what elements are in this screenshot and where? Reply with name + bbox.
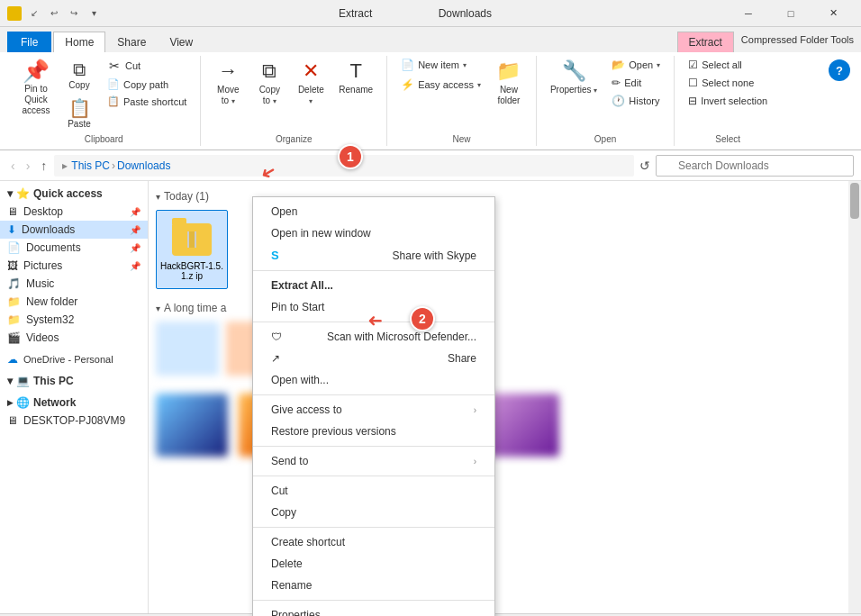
file-item-hackbgrt[interactable]: HackBGRT-1.5.1.z ip [156, 210, 228, 289]
ctx-restore-versions[interactable]: Restore previous versions [253, 421, 494, 442]
copy-label: Copy [68, 80, 89, 90]
quick-access-header[interactable]: ▾ ⭐ Quick access [0, 185, 148, 203]
history-button[interactable]: 🕐 History [605, 92, 666, 110]
close-button[interactable]: ✕ [812, 0, 854, 27]
move-to-button[interactable]: → Moveto ▾ [208, 56, 248, 110]
tab-share[interactable]: Share [105, 32, 158, 52]
select-all-button[interactable]: ☑ Select all [682, 56, 774, 74]
qs-save-button[interactable]: ↙ [25, 5, 43, 23]
pictures-label: Pictures [23, 259, 62, 272]
ctx-copy[interactable]: Copy [253, 502, 494, 523]
ctx-open-new-window[interactable]: Open in new window [253, 222, 494, 244]
qs-undo-button[interactable]: ↩ [45, 5, 63, 23]
thispc-section: ▾ 💻 This PC [0, 372, 148, 390]
pin-to-quick-access-button[interactable]: 📌 Pin to Quick access [14, 56, 58, 121]
scrollbar-thumb[interactable] [850, 183, 859, 219]
forward-button[interactable]: › [23, 157, 34, 175]
documents-icon: 📄 [7, 241, 21, 254]
quick-save-toolbar: ↙ ↩ ↪ ▾ [25, 5, 103, 23]
rename-button[interactable]: T Rename [332, 56, 379, 99]
ctx-share-skype[interactable]: S Share with Skype [253, 244, 494, 267]
chevron-icon-3: ▸ [7, 396, 13, 409]
ribbon-group-select: ☑ Select all ☐ Select none ⊟ Invert sele… [675, 56, 781, 146]
ctx-share-label: Share [448, 352, 476, 365]
back-button[interactable]: ‹ [7, 157, 19, 175]
ctx-open-with[interactable]: Open with... [253, 369, 494, 391]
ctx-rename[interactable]: Rename [253, 575, 494, 596]
qs-redo-button[interactable]: ↪ [65, 5, 83, 23]
ribbon-group-organize: → Moveto ▾ ⧉ Copyto ▾ ✕ Delete▾ T Rename… [201, 56, 387, 146]
help-area: ? [825, 56, 854, 146]
help-button[interactable]: ? [829, 59, 850, 81]
zip-file-icon [170, 218, 213, 261]
edit-button[interactable]: ✏ Edit [605, 74, 666, 92]
minimize-button[interactable]: ─ [728, 0, 769, 27]
search-input[interactable] [656, 155, 854, 177]
sidebar-item-downloads[interactable]: ⬇ Downloads 📌 [0, 221, 148, 239]
send-to-arrow: › [474, 457, 476, 467]
ctx-sep-4 [253, 446, 494, 447]
copy-path-button[interactable]: 📄 Copy path [101, 76, 193, 93]
ctx-cut[interactable]: Cut [253, 480, 494, 502]
sidebar-item-onedrive[interactable]: ☁ OneDrive - Personal [0, 350, 148, 368]
new-items: 📄 New item ▾ ⚡ Easy access ▾ 📁 Newfolder [394, 56, 529, 146]
select-none-button[interactable]: ☐ Select none [682, 74, 774, 92]
sidebar-item-desktop-pc[interactable]: 🖥 DESKTOP-PJ08VM9 [0, 412, 148, 430]
paste-shortcut-button[interactable]: 📋 Paste shortcut [101, 93, 193, 110]
annotation-1: 1 [338, 144, 363, 169]
open-items: 🔧 Properties ▾ 📂 Open ▾ ✏ Edit 🕐 History [544, 56, 666, 146]
tab-file[interactable]: File [7, 32, 51, 52]
cut-button[interactable]: Cut [101, 56, 193, 76]
maximize-button[interactable]: □ [770, 0, 811, 27]
ctx-share[interactable]: ↗ Share [253, 348, 494, 369]
ctx-cut-label: Cut [271, 485, 288, 497]
path-thispc[interactable]: This PC [71, 159, 110, 172]
new-item-button[interactable]: 📄 New item ▾ [394, 56, 487, 74]
ribbon-tabs: File Home Share View Extract Compressed … [0, 27, 861, 52]
ctx-create-shortcut[interactable]: Create shortcut [253, 531, 494, 553]
ctx-open-with-label: Open with... [271, 374, 329, 386]
refresh-button[interactable]: ↺ [638, 157, 652, 175]
ctx-open[interactable]: Open [253, 201, 494, 222]
ctx-send-to[interactable]: Send to › [253, 450, 494, 472]
sidebar-item-videos[interactable]: 🎬 Videos [0, 329, 148, 347]
thispc-header[interactable]: ▾ 💻 This PC [0, 372, 148, 390]
ctx-extract-all[interactable]: Extract All... [253, 275, 494, 296]
onedrive-icon: ☁ [7, 353, 18, 366]
sidebar-item-pictures[interactable]: 🖼 Pictures 📌 [0, 257, 148, 275]
open-icon: 📂 [612, 59, 625, 71]
up-button[interactable]: ↑ [37, 157, 50, 175]
new-folder-button[interactable]: 📁 Newfolder [489, 56, 529, 110]
tab-home[interactable]: Home [53, 32, 105, 52]
ctx-sep-7 [253, 600, 494, 601]
desktop-icon: 🖥 [7, 205, 18, 218]
network-header[interactable]: ▸ 🌐 Network [0, 394, 148, 412]
sidebar-item-desktop[interactable]: 🖥 Desktop 📌 [0, 203, 148, 221]
ribbon: 📌 Pin to Quick access ⧉ Copy 📋 Paste Cut [0, 52, 861, 150]
copy-to-button[interactable]: ⧉ Copyto ▾ [249, 56, 289, 110]
quick-access-section: ▾ ⭐ Quick access 🖥 Desktop 📌 ⬇ Downloads… [0, 185, 148, 347]
ctx-delete[interactable]: Delete [253, 553, 494, 575]
sidebar-item-music[interactable]: 🎵 Music [0, 275, 148, 293]
delete-button[interactable]: ✕ Delete▾ [291, 56, 331, 110]
ctx-properties[interactable]: Properties [253, 604, 494, 616]
path-downloads[interactable]: Downloads [117, 159, 170, 172]
scrollbar[interactable] [848, 181, 861, 613]
qs-more-button[interactable]: ▾ [85, 5, 103, 23]
open-ribbon-button[interactable]: 📂 Open ▾ [605, 56, 666, 74]
sidebar-item-system32[interactable]: 📁 System32 [0, 311, 148, 329]
sidebar-item-new-folder[interactable]: 📁 New folder [0, 293, 148, 311]
invert-selection-button[interactable]: ⊟ Invert selection [682, 92, 774, 110]
copy-button[interactable]: ⧉ Copy [59, 56, 99, 95]
pin-icon-2: 📌 [130, 225, 140, 235]
music-label: Music [26, 277, 54, 290]
properties-button[interactable]: 🔧 Properties ▾ [544, 56, 603, 99]
paste-button[interactable]: 📋 Paste [59, 95, 99, 133]
network-label: Network [33, 396, 76, 409]
tab-view[interactable]: View [158, 32, 204, 52]
ctx-give-access[interactable]: Give access to › [253, 399, 494, 421]
folder-icon [7, 6, 22, 21]
sidebar-item-documents[interactable]: 📄 Documents 📌 [0, 239, 148, 257]
easy-access-button[interactable]: ⚡ Easy access ▾ [394, 76, 487, 94]
tab-extract[interactable]: Extract [677, 32, 734, 52]
